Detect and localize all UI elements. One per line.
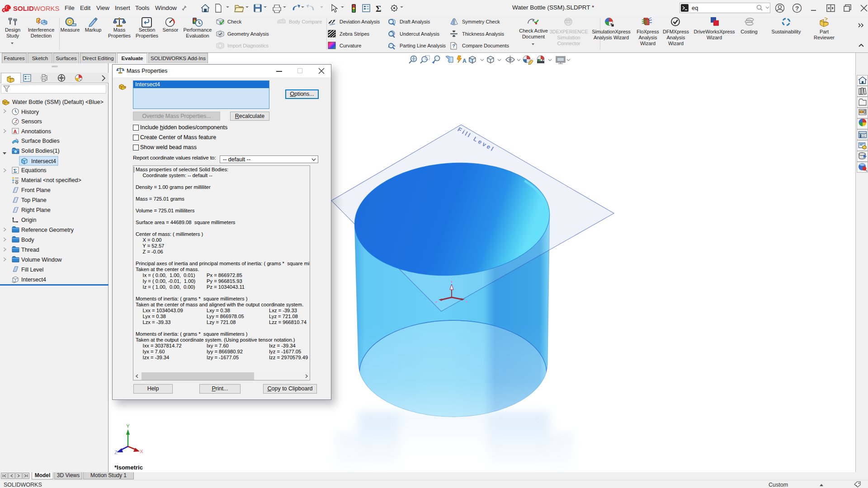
svg-text:Water Bottle (SSM) (Default) <: Water Bottle (SSM) (Default) <Blue> [12, 99, 104, 105]
svg-text:Y: Y [126, 423, 130, 429]
svg-text:Z: Z [114, 450, 118, 455]
svg-text:Sensors: Sensors [21, 118, 42, 125]
svg-text:Material <not specified>: Material <not specified> [21, 177, 81, 183]
svg-text:A: A [462, 58, 467, 64]
svg-text:Intersect4: Intersect4 [31, 158, 56, 164]
svg-text:?: ? [452, 43, 455, 49]
svg-text:*Isometric: *Isometric [114, 464, 143, 471]
svg-text:Front Plane: Front Plane [21, 187, 51, 193]
svg-text:Equations: Equations [21, 167, 47, 174]
svg-text:History: History [21, 109, 39, 115]
svg-text:X: X [140, 449, 143, 454]
svg-text:Surface Bodies: Surface Bodies [21, 138, 60, 144]
svg-text:Body: Body [21, 237, 34, 243]
svg-text:A: A [14, 129, 17, 134]
svg-text:Annotations: Annotations [21, 128, 51, 135]
svg-text:Thread: Thread [21, 247, 39, 253]
svg-text:Right Plane: Right Plane [21, 207, 51, 213]
svg-text:Volume Window: Volume Window [21, 257, 62, 263]
svg-text:Solid Bodies(1): Solid Bodies(1) [21, 148, 60, 154]
svg-text:Origin: Origin [21, 217, 36, 223]
svg-text:Intersect4: Intersect4 [21, 277, 46, 283]
svg-text:SOLIDWORKS: SOLIDWORKS [13, 5, 60, 12]
svg-text:Reference Geometry: Reference Geometry [21, 227, 74, 233]
svg-text:Top Plane: Top Plane [21, 197, 47, 203]
svg-text:?: ? [795, 5, 799, 12]
svg-text:Fill Level: Fill Level [21, 267, 43, 273]
svg-text:Σ: Σ [14, 168, 17, 174]
svg-text:Σ: Σ [376, 4, 381, 14]
